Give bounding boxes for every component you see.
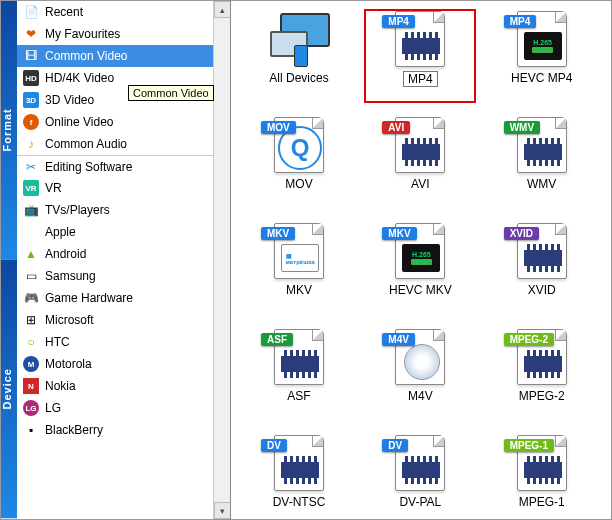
format-label: All Devices <box>269 71 328 85</box>
tv-icon: 📺 <box>23 202 39 218</box>
sidebar-item-label: HD/4K Video <box>45 71 224 85</box>
sidebar-item-recent[interactable]: 📄Recent <box>17 1 230 23</box>
format-thumbnail: MPEG-2 <box>510 327 574 385</box>
sidebar-item-nokia[interactable]: NNokia <box>17 375 230 397</box>
sidebar-item-label: Recent <box>45 5 224 19</box>
sidebar-item-online-video[interactable]: fOnline Video <box>17 111 230 133</box>
sidebar-item-lg[interactable]: LGLG <box>17 397 230 419</box>
sidebar-scrollbar[interactable]: ▴ ▾ <box>213 1 230 519</box>
sidebar-item-label: Apple <box>45 225 224 239</box>
format-label: MP4 <box>403 71 438 87</box>
format-hevc-mkv[interactable]: H.265HEVCMKVHEVC MKV <box>364 221 476 315</box>
format-wmv[interactable]: WMVWMV <box>486 115 598 209</box>
format-hevc-mp4[interactable]: H.265HEVCMP4HEVC MP4 <box>486 9 598 103</box>
sidebar-item-apple[interactable]: Apple <box>17 221 230 243</box>
sidebar-item-label: Android <box>45 247 224 261</box>
format-badge: M4V <box>382 333 415 346</box>
android-icon: ▲ <box>23 246 39 262</box>
format-all-devices[interactable]: All Devices <box>243 9 355 103</box>
format-thumbnail: DV <box>388 433 452 491</box>
format-m4v[interactable]: M4VM4V <box>364 327 476 421</box>
format-badge: MPEG-2 <box>504 333 554 346</box>
format-thumbnail: WMV <box>510 115 574 173</box>
sidebar-item-editing-software[interactable]: ✂Editing Software <box>17 155 230 177</box>
sidebar-item-label: Nokia <box>45 379 224 393</box>
sidebar-item-my-favourites[interactable]: ❤My Favourites <box>17 23 230 45</box>
editing-icon: ✂ <box>23 159 39 175</box>
sidebar-item-samsung[interactable]: ▭Samsung <box>17 265 230 287</box>
nokia-icon: N <box>23 378 39 394</box>
sidebar-item-label: Common Audio <box>45 137 224 151</box>
sidebar-item-label: LG <box>45 401 224 415</box>
sidebar-item-common-video[interactable]: 🎞Common Video <box>17 45 230 67</box>
sidebar-item-label: Motorola <box>45 357 224 371</box>
rail-device[interactable]: Device <box>1 260 17 520</box>
sidebar-item-label: Game Hardware <box>45 291 224 305</box>
format-thumbnail: DV <box>267 433 331 491</box>
sidebar-item-microsoft[interactable]: ⊞Microsoft <box>17 309 230 331</box>
lg-icon: LG <box>23 400 39 416</box>
format-dv-pal[interactable]: DVDV-PAL <box>364 433 476 519</box>
format-badge: DV <box>261 439 287 452</box>
sidebar-item-htc[interactable]: ○HTC <box>17 331 230 353</box>
sidebar-item-blackberry[interactable]: ▪BlackBerry <box>17 419 230 441</box>
sidebar-item-label: BlackBerry <box>45 423 224 437</box>
format-thumbnail: H.265HEVCMKV <box>388 221 452 279</box>
format-badge: MPEG-1 <box>504 439 554 452</box>
format-thumbnail: AVI <box>388 115 452 173</box>
audio-icon: ♪ <box>23 136 39 152</box>
sidebar-item-label: Editing Software <box>45 160 224 174</box>
sidebar-item-label: TVs/Players <box>45 203 224 217</box>
format-badge: MP4 <box>382 15 415 28</box>
format-label: MPEG-2 <box>519 389 565 403</box>
rail-format[interactable]: Format <box>1 1 17 260</box>
format-badge: WMV <box>504 121 540 134</box>
format-dv-ntsc[interactable]: DVDV-NTSC <box>243 433 355 519</box>
heart-icon: ❤ <box>23 26 39 42</box>
blackberry-icon: ▪ <box>23 422 39 438</box>
format-mkv[interactable]: ▦матрёшкаMKVMKV <box>243 221 355 315</box>
sidebar-item-motorola[interactable]: MMotorola <box>17 353 230 375</box>
format-thumbnail: XVID <box>510 221 574 279</box>
game-icon: 🎮 <box>23 290 39 306</box>
format-thumbnail: ▦матрёшкаMKV <box>267 221 331 279</box>
sidebar-item-tvs-players[interactable]: 📺TVs/Players <box>17 199 230 221</box>
sidebar-item-android[interactable]: ▲Android <box>17 243 230 265</box>
format-asf[interactable]: ASFASF <box>243 327 355 421</box>
apple-icon <box>23 224 39 240</box>
sidebar-item-game-hardware[interactable]: 🎮Game Hardware <box>17 287 230 309</box>
format-badge: MOV <box>261 121 296 134</box>
format-xvid[interactable]: XVIDXVID <box>486 221 598 315</box>
format-grid-panel: All DevicesMP4MP4H.265HEVCMP4HEVC MP4QMO… <box>231 1 611 519</box>
format-mp4[interactable]: MP4MP4 <box>364 9 476 103</box>
sidebar-item-vr[interactable]: VRVR <box>17 177 230 199</box>
format-label: HEVC MP4 <box>511 71 572 85</box>
format-label: WMV <box>527 177 556 191</box>
format-thumbnail: H.265HEVCMP4 <box>510 9 574 67</box>
format-mov[interactable]: QMOVMOV <box>243 115 355 209</box>
format-label: MKV <box>286 283 312 297</box>
format-mpeg-2[interactable]: MPEG-2MPEG-2 <box>486 327 598 421</box>
format-avi[interactable]: AVIAVI <box>364 115 476 209</box>
format-label: XVID <box>528 283 556 297</box>
sidebar-item-label: Common Video <box>45 49 224 63</box>
sidebar: 📄Recent❤My Favourites🎞Common VideoHDHD/4… <box>17 1 231 519</box>
format-mpeg-1[interactable]: MPEG-1MPEG-1 <box>486 433 598 519</box>
format-label: M4V <box>408 389 433 403</box>
format-badge: AVI <box>382 121 410 134</box>
format-badge: DV <box>382 439 408 452</box>
format-label: DV-NTSC <box>273 495 326 509</box>
online-video-icon: f <box>23 114 39 130</box>
sidebar-item-common-audio[interactable]: ♪Common Audio <box>17 133 230 155</box>
format-label: HEVC MKV <box>389 283 452 297</box>
tooltip: Common Video <box>128 85 214 101</box>
scroll-down-button[interactable]: ▾ <box>214 502 230 519</box>
samsung-icon: ▭ <box>23 268 39 284</box>
scroll-up-button[interactable]: ▴ <box>214 1 230 18</box>
format-thumbnail: QMOV <box>267 115 331 173</box>
htc-icon: ○ <box>23 334 39 350</box>
format-thumbnail: MP4 <box>388 9 452 67</box>
format-badge: MKV <box>261 227 295 240</box>
sidebar-item-label: Samsung <box>45 269 224 283</box>
sidebar-item-label: Microsoft <box>45 313 224 327</box>
